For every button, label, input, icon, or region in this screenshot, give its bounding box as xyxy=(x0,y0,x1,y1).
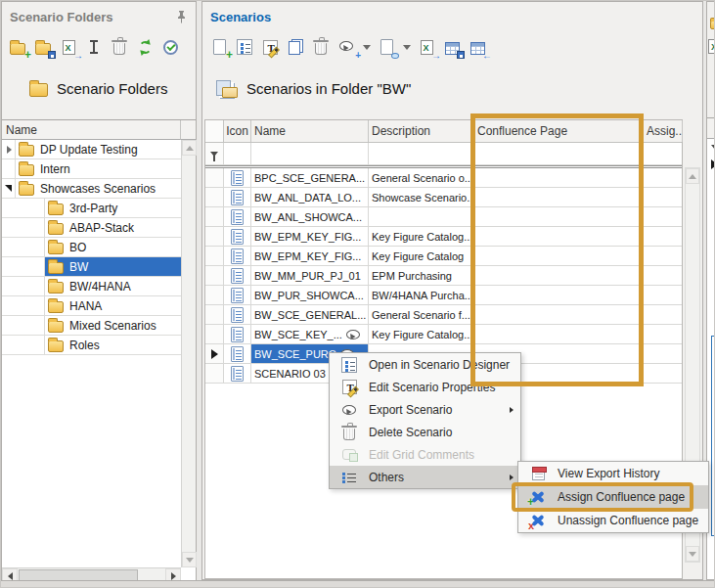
left-panel-title: Scenario Folders xyxy=(10,10,112,24)
scenarios-toolbar: + + → → xyxy=(209,35,487,59)
column-header-icon[interactable]: Icon xyxy=(224,120,251,142)
confluence-unassign-icon: x xyxy=(530,514,546,527)
excel-export-button[interactable]: → xyxy=(417,37,436,57)
menu-item-open-in-designer[interactable]: Open in Scenario Designer xyxy=(330,353,520,376)
menu-item-delete-scenario[interactable]: Delete Scenario xyxy=(330,421,520,443)
edit-properties-icon xyxy=(342,380,357,394)
filter-icon xyxy=(210,152,218,157)
scenario-icon xyxy=(231,366,244,382)
folder-icon xyxy=(48,223,64,235)
scenario-icon xyxy=(231,327,244,342)
folder-row-bw-selected[interactable]: BW xyxy=(2,257,181,277)
row-indicator-icon xyxy=(711,159,715,169)
menu-item-others[interactable]: Others xyxy=(330,466,520,488)
others-submenu: View Export History + Assign Confluence … xyxy=(517,461,709,533)
folder-row-abap-stack[interactable]: ABAP-Stack xyxy=(2,218,181,238)
scenarios-heading: Scenarios in Folder "BW" xyxy=(216,80,411,97)
grid-comments-icon xyxy=(342,449,356,460)
table-row[interactable]: BW_EPM_KEY_FIG... Key Figure Catalog xyxy=(205,247,682,266)
filter-icon xyxy=(711,145,715,150)
scenario-icon xyxy=(231,170,244,186)
folder-row-dp-update-testing[interactable]: DP Update Testing xyxy=(2,140,181,159)
refresh-button[interactable] xyxy=(135,37,155,57)
open-designer-button[interactable] xyxy=(235,37,254,57)
scenarios-folder-icon xyxy=(216,80,238,97)
table-row[interactable]: BW_EPM_KEY_FIG... Key Figure Catalog... xyxy=(205,227,682,247)
folder-icon xyxy=(48,321,64,333)
add-folder-button[interactable]: + xyxy=(8,37,27,57)
column-header-confluence-page[interactable]: Confluence Page xyxy=(474,120,644,142)
scroll-up-button[interactable] xyxy=(686,168,699,184)
scenario-icon xyxy=(231,346,244,362)
folder-icon xyxy=(48,204,64,215)
folder-row-intern[interactable]: Intern xyxy=(2,159,181,179)
folder-row-hana[interactable]: HANA xyxy=(2,296,181,316)
scroll-down-button[interactable] xyxy=(182,552,197,567)
scenario-icon xyxy=(231,209,244,225)
expand-icon[interactable] xyxy=(7,146,12,154)
folder-row-roles[interactable]: Roles xyxy=(2,336,181,355)
menu-item-unassign-confluence-page[interactable]: x Unassign Confluence page xyxy=(518,509,708,532)
app-window: Scenario Folders + → Scenario Folders Na… xyxy=(0,0,715,588)
table-save-button[interactable] xyxy=(442,37,462,57)
folder-row-3rd-party[interactable]: 3rd-Party xyxy=(2,199,181,218)
column-header-description[interactable]: Description xyxy=(369,120,474,142)
comment-add-button[interactable]: + xyxy=(336,37,356,57)
folder-row-showcases-scenarios[interactable]: Showcases Scenarios xyxy=(2,179,181,199)
submenu-arrow-icon xyxy=(510,407,514,413)
menu-item-edit-properties[interactable]: Edit Scenario Properties xyxy=(330,376,520,398)
table-row[interactable]: BW_PUR_SHOWCA... BW/4HANA Purcha... xyxy=(205,286,682,305)
submenu-arrow-icon xyxy=(510,475,514,480)
folder-icon xyxy=(48,262,64,274)
scheduler-check-button[interactable] xyxy=(160,37,180,57)
scenario-icon xyxy=(231,249,244,264)
confluence-assign-icon: + xyxy=(530,490,546,504)
folder-tree-grid: Name DP Update Testing Intern Showcases … xyxy=(2,119,196,581)
menu-item-export-scenario[interactable]: Export Scenario xyxy=(330,398,520,421)
tree-vertical-scrollbar[interactable] xyxy=(181,140,196,567)
scenario-icon xyxy=(231,190,244,205)
folder-icon xyxy=(19,145,34,157)
collapse-icon[interactable] xyxy=(5,185,12,192)
table-import-button[interactable]: → xyxy=(468,37,487,57)
table-row[interactable]: BW_MM_PUR_PJ_01 EPM Purchasing xyxy=(205,266,682,286)
folder-row-mixed-scenarios[interactable]: Mixed Scenarios xyxy=(2,316,181,336)
folder-icon xyxy=(48,340,64,352)
folder-row-bw4hana[interactable]: BW/4HANA xyxy=(2,277,181,296)
page-comment-button[interactable] xyxy=(377,37,396,57)
folder-icon xyxy=(19,184,34,196)
table-row[interactable]: BW_SCE_GENERAL... General Scenario f... xyxy=(205,305,682,325)
table-row[interactable]: BW_ANL_DATA_LO... Showcase Scenario... xyxy=(205,188,682,207)
copy-scenario-button[interactable] xyxy=(286,37,305,57)
export-comment-icon xyxy=(342,405,356,415)
scenario-icon xyxy=(231,288,244,303)
tree-name-header[interactable]: Name xyxy=(2,120,181,140)
comment-dropdown-caret[interactable] xyxy=(362,37,371,57)
column-header-assigned[interactable]: Assig... xyxy=(644,120,683,142)
delete-scenario-button[interactable] xyxy=(311,37,331,57)
rename-folder-button[interactable] xyxy=(84,37,104,57)
table-row[interactable]: BW_SCE_KEY_... Key Figure Catalog... xyxy=(205,325,682,344)
menu-item-view-export-history[interactable]: View Export History xyxy=(518,462,708,485)
delete-folder-button[interactable] xyxy=(110,37,129,57)
row-indicator-icon xyxy=(211,349,218,359)
scroll-down-button[interactable] xyxy=(686,546,699,562)
save-folder-button[interactable] xyxy=(33,37,53,57)
menu-item-assign-confluence-page[interactable]: + Assign Confluence page xyxy=(518,485,708,509)
left-toolbar: + → xyxy=(8,35,180,59)
export-history-icon xyxy=(532,467,545,480)
table-row[interactable]: BPC_SCE_GENERA... General Scenario o... xyxy=(205,168,682,188)
scroll-up-button[interactable] xyxy=(182,140,197,156)
folder-row-bo[interactable]: BO xyxy=(2,238,181,257)
page-dropdown-caret[interactable] xyxy=(402,37,411,57)
folder-tree-rows: DP Update Testing Intern Showcases Scena… xyxy=(2,140,181,355)
excel-export-button[interactable]: → xyxy=(59,37,78,57)
new-scenario-button[interactable]: + xyxy=(209,37,229,57)
scenario-designer-icon xyxy=(341,357,357,373)
pin-icon[interactable] xyxy=(176,10,187,23)
folders-heading: Scenario Folders xyxy=(29,80,167,97)
edit-properties-button[interactable] xyxy=(260,37,280,57)
filter-row[interactable] xyxy=(205,143,682,165)
table-row[interactable]: BW_ANL_SHOWCA... xyxy=(205,207,682,227)
column-header-name[interactable]: Name xyxy=(251,120,369,142)
